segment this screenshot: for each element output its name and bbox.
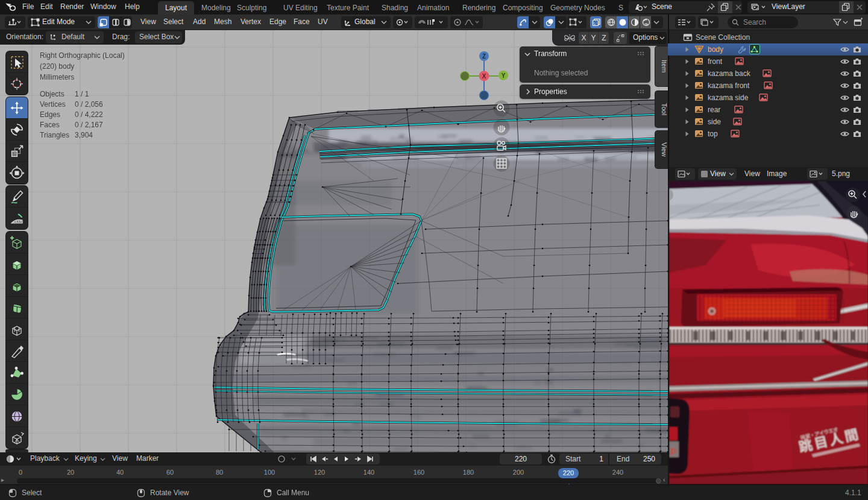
svg-text:0 / 2,167: 0 / 2,167 bbox=[75, 121, 103, 129]
svg-text:0 / 2,056: 0 / 2,056 bbox=[75, 100, 103, 109]
svg-text:Millimeters: Millimeters bbox=[40, 73, 74, 81]
svg-text:1 / 1: 1 / 1 bbox=[75, 90, 89, 98]
svg-text:Triangles: Triangles bbox=[40, 131, 69, 139]
svg-text:X: X bbox=[482, 73, 486, 80]
svg-text:3,904: 3,904 bbox=[75, 131, 93, 139]
svg-text:Faces: Faces bbox=[40, 121, 60, 129]
svg-text:(220) body: (220) body bbox=[40, 62, 74, 71]
svg-text:Vertices: Vertices bbox=[40, 100, 66, 109]
svg-text:Right Orthographic (Local): Right Orthographic (Local) bbox=[40, 51, 125, 60]
svg-text:0 / 4,222: 0 / 4,222 bbox=[75, 110, 103, 119]
svg-text:Y: Y bbox=[502, 72, 506, 79]
svg-text:Edges: Edges bbox=[40, 110, 60, 119]
svg-text:Objects: Objects bbox=[40, 90, 64, 98]
svg-text:Z: Z bbox=[482, 53, 486, 60]
